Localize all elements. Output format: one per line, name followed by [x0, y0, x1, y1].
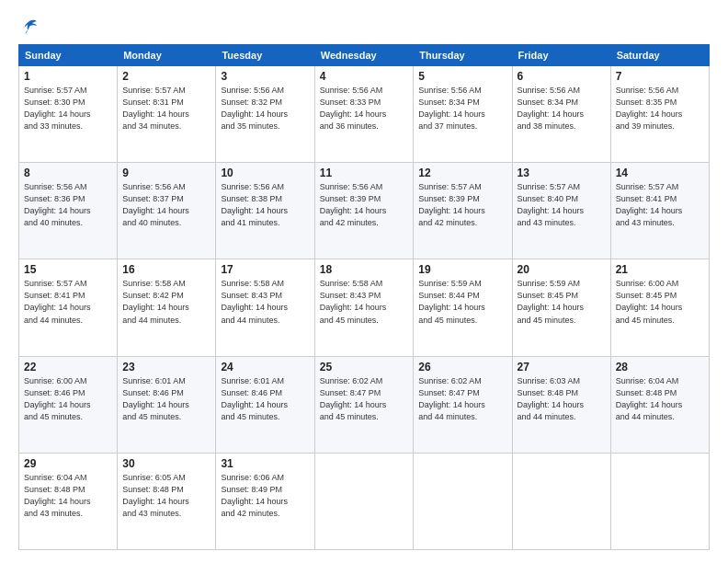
day-number: 29: [24, 457, 112, 470]
calendar-day-cell: [512, 453, 610, 549]
calendar-day-cell: 31Sunrise: 6:06 AMSunset: 8:49 PMDayligh…: [216, 453, 314, 549]
calendar-day-cell: 26Sunrise: 6:02 AMSunset: 8:47 PMDayligh…: [414, 356, 512, 453]
logo-bird-icon: [18, 17, 39, 37]
calendar-day-cell: [610, 453, 709, 549]
day-number: 19: [418, 263, 506, 276]
day-detail: Sunrise: 5:57 AMSunset: 8:41 PMDaylight:…: [616, 182, 683, 227]
day-detail: Sunrise: 5:56 AMSunset: 8:35 PMDaylight:…: [616, 86, 683, 131]
day-detail: Sunrise: 6:01 AMSunset: 8:46 PMDaylight:…: [221, 376, 288, 421]
day-detail: Sunrise: 6:00 AMSunset: 8:46 PMDaylight:…: [24, 376, 91, 421]
calendar-day-cell: 2Sunrise: 5:57 AMSunset: 8:31 PMDaylight…: [118, 66, 216, 163]
day-number: 10: [221, 167, 309, 179]
day-detail: Sunrise: 5:58 AMSunset: 8:42 PMDaylight:…: [122, 279, 189, 324]
day-number: 14: [616, 167, 704, 179]
calendar-day-cell: [314, 453, 414, 549]
calendar-day-cell: 11Sunrise: 5:56 AMSunset: 8:39 PMDayligh…: [314, 163, 414, 259]
calendar-day-cell: 19Sunrise: 5:59 AMSunset: 8:44 PMDayligh…: [414, 259, 512, 356]
day-number: 18: [320, 263, 409, 276]
day-number: 3: [221, 70, 309, 83]
day-number: 27: [518, 361, 606, 373]
day-detail: Sunrise: 5:56 AMSunset: 8:38 PMDaylight:…: [221, 182, 288, 227]
day-detail: Sunrise: 5:56 AMSunset: 8:32 PMDaylight:…: [221, 86, 288, 131]
day-number: 25: [320, 361, 409, 373]
calendar-day-cell: 13Sunrise: 5:57 AMSunset: 8:40 PMDayligh…: [512, 163, 610, 259]
calendar-day-cell: 30Sunrise: 6:05 AMSunset: 8:48 PMDayligh…: [118, 453, 216, 549]
day-detail: Sunrise: 6:00 AMSunset: 8:45 PMDaylight:…: [616, 279, 683, 324]
calendar-day-cell: 23Sunrise: 6:01 AMSunset: 8:46 PMDayligh…: [118, 356, 216, 453]
calendar-day-cell: 17Sunrise: 5:58 AMSunset: 8:43 PMDayligh…: [216, 259, 314, 356]
calendar-day-cell: 20Sunrise: 5:59 AMSunset: 8:45 PMDayligh…: [512, 259, 610, 356]
calendar-day-cell: 18Sunrise: 5:58 AMSunset: 8:43 PMDayligh…: [314, 259, 414, 356]
day-number: 22: [24, 361, 112, 373]
day-detail: Sunrise: 6:04 AMSunset: 8:48 PMDaylight:…: [24, 473, 91, 518]
day-number: 26: [418, 361, 506, 373]
calendar-day-cell: 12Sunrise: 5:57 AMSunset: 8:39 PMDayligh…: [414, 163, 512, 259]
calendar-week-row: 8Sunrise: 5:56 AMSunset: 8:36 PMDaylight…: [19, 163, 710, 259]
calendar-day-cell: 15Sunrise: 5:57 AMSunset: 8:41 PMDayligh…: [19, 259, 118, 356]
day-detail: Sunrise: 5:57 AMSunset: 8:40 PMDaylight:…: [518, 182, 585, 227]
day-number: 15: [24, 263, 112, 276]
day-detail: Sunrise: 5:56 AMSunset: 8:33 PMDaylight:…: [320, 86, 387, 131]
calendar-week-row: 29Sunrise: 6:04 AMSunset: 8:48 PMDayligh…: [19, 453, 710, 549]
day-number: 13: [518, 167, 606, 179]
day-number: 5: [418, 70, 506, 83]
col-sunday: Sunday: [19, 45, 118, 66]
day-number: 12: [418, 167, 506, 179]
day-detail: Sunrise: 5:56 AMSunset: 8:34 PMDaylight:…: [518, 86, 585, 131]
calendar-day-cell: 22Sunrise: 6:00 AMSunset: 8:46 PMDayligh…: [19, 356, 118, 453]
calendar-day-cell: 24Sunrise: 6:01 AMSunset: 8:46 PMDayligh…: [216, 356, 314, 453]
page-header: [18, 17, 710, 37]
day-detail: Sunrise: 5:56 AMSunset: 8:37 PMDaylight:…: [122, 182, 189, 227]
calendar-week-row: 15Sunrise: 5:57 AMSunset: 8:41 PMDayligh…: [19, 259, 710, 356]
day-detail: Sunrise: 6:04 AMSunset: 8:48 PMDaylight:…: [616, 376, 683, 421]
calendar-day-cell: 1Sunrise: 5:57 AMSunset: 8:30 PMDaylight…: [19, 66, 118, 163]
calendar-day-cell: 25Sunrise: 6:02 AMSunset: 8:47 PMDayligh…: [314, 356, 414, 453]
day-detail: Sunrise: 5:58 AMSunset: 8:43 PMDaylight:…: [320, 279, 387, 324]
calendar-day-cell: 7Sunrise: 5:56 AMSunset: 8:35 PMDaylight…: [610, 66, 709, 163]
day-number: 24: [221, 361, 309, 373]
day-detail: Sunrise: 5:58 AMSunset: 8:43 PMDaylight:…: [221, 279, 288, 324]
day-detail: Sunrise: 5:59 AMSunset: 8:44 PMDaylight:…: [418, 279, 485, 324]
calendar-week-row: 1Sunrise: 5:57 AMSunset: 8:30 PMDaylight…: [19, 66, 710, 163]
day-detail: Sunrise: 5:57 AMSunset: 8:41 PMDaylight:…: [24, 279, 91, 324]
day-number: 2: [122, 70, 210, 83]
day-number: 8: [24, 167, 112, 179]
day-number: 16: [122, 263, 210, 276]
calendar-day-cell: 16Sunrise: 5:58 AMSunset: 8:42 PMDayligh…: [118, 259, 216, 356]
calendar-day-cell: 14Sunrise: 5:57 AMSunset: 8:41 PMDayligh…: [610, 163, 709, 259]
day-number: 30: [122, 457, 210, 470]
day-detail: Sunrise: 5:59 AMSunset: 8:45 PMDaylight:…: [518, 279, 585, 324]
col-thursday: Thursday: [414, 45, 512, 66]
calendar-day-cell: 28Sunrise: 6:04 AMSunset: 8:48 PMDayligh…: [610, 356, 709, 453]
day-number: 9: [122, 167, 210, 179]
calendar-day-cell: 9Sunrise: 5:56 AMSunset: 8:37 PMDaylight…: [118, 163, 216, 259]
calendar-day-cell: 10Sunrise: 5:56 AMSunset: 8:38 PMDayligh…: [216, 163, 314, 259]
day-detail: Sunrise: 5:56 AMSunset: 8:39 PMDaylight:…: [320, 182, 387, 227]
day-detail: Sunrise: 6:01 AMSunset: 8:46 PMDaylight:…: [122, 376, 189, 421]
day-number: 6: [518, 70, 606, 83]
day-detail: Sunrise: 5:57 AMSunset: 8:31 PMDaylight:…: [122, 86, 189, 131]
day-detail: Sunrise: 6:06 AMSunset: 8:49 PMDaylight:…: [221, 473, 288, 518]
col-wednesday: Wednesday: [314, 45, 414, 66]
day-detail: Sunrise: 5:56 AMSunset: 8:36 PMDaylight:…: [24, 182, 91, 227]
calendar-day-cell: 8Sunrise: 5:56 AMSunset: 8:36 PMDaylight…: [19, 163, 118, 259]
calendar-day-cell: [414, 453, 512, 549]
day-number: 7: [616, 70, 704, 83]
day-detail: Sunrise: 5:56 AMSunset: 8:34 PMDaylight:…: [418, 86, 485, 131]
day-detail: Sunrise: 6:03 AMSunset: 8:48 PMDaylight:…: [518, 376, 585, 421]
day-detail: Sunrise: 6:02 AMSunset: 8:47 PMDaylight:…: [418, 376, 485, 421]
day-number: 23: [122, 361, 210, 373]
col-saturday: Saturday: [610, 45, 709, 66]
calendar-table: Sunday Monday Tuesday Wednesday Thursday…: [18, 44, 710, 550]
day-number: 4: [320, 70, 409, 83]
day-detail: Sunrise: 5:57 AMSunset: 8:39 PMDaylight:…: [418, 182, 485, 227]
calendar-week-row: 22Sunrise: 6:00 AMSunset: 8:46 PMDayligh…: [19, 356, 710, 453]
calendar-header-row: Sunday Monday Tuesday Wednesday Thursday…: [19, 45, 710, 66]
day-number: 28: [616, 361, 704, 373]
calendar-day-cell: 21Sunrise: 6:00 AMSunset: 8:45 PMDayligh…: [610, 259, 709, 356]
logo: [18, 17, 42, 37]
calendar-day-cell: 4Sunrise: 5:56 AMSunset: 8:33 PMDaylight…: [314, 66, 414, 163]
day-detail: Sunrise: 6:02 AMSunset: 8:47 PMDaylight:…: [320, 376, 387, 421]
day-number: 21: [616, 263, 704, 276]
calendar-day-cell: 5Sunrise: 5:56 AMSunset: 8:34 PMDaylight…: [414, 66, 512, 163]
